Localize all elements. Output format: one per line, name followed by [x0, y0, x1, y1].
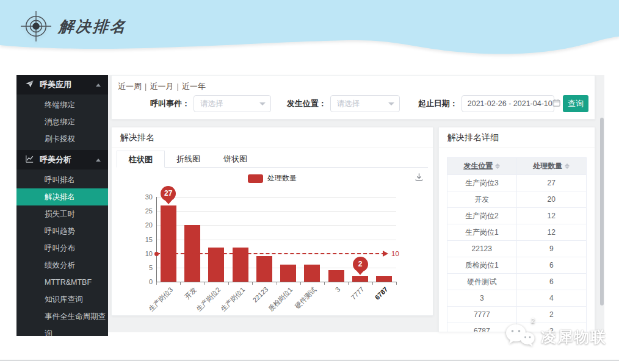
sidebar-item-呼叫排名[interactable]: 呼叫排名	[16, 171, 108, 188]
table-row: 质检岗位16	[447, 257, 586, 274]
event-select[interactable]: 请选择	[194, 95, 271, 112]
app-frame: 呼美应用终端绑定消息绑定刷卡授权呼美分析呼叫排名解决排名损失工时呼叫趋势呼叫分布…	[16, 75, 604, 336]
x-axis-tick	[228, 282, 229, 285]
y-tick-label: 25	[122, 207, 153, 215]
cell-location: 3	[447, 290, 517, 306]
date-label: 起止日期：	[418, 98, 458, 109]
x-axis-tick	[372, 282, 373, 285]
chart-legend[interactable]: 处理数量	[112, 173, 433, 184]
x-axis-tick	[156, 282, 157, 285]
column-header-处理数量[interactable]: 处理数量	[517, 158, 587, 174]
table-row: 生产岗位327	[447, 175, 586, 191]
marker-pin: 2	[353, 257, 368, 272]
download-icon[interactable]	[414, 172, 424, 185]
x-axis-tick	[348, 282, 349, 285]
sidebar-section-label: 呼美应用	[40, 79, 71, 90]
reference-line	[156, 253, 385, 254]
page-title: 解决排名	[58, 16, 128, 37]
legend-label: 处理数量	[267, 173, 297, 184]
sidebar-item-绩效分析[interactable]: 绩效分析	[16, 257, 108, 274]
cell-location: 7777	[447, 307, 517, 323]
sort-icon[interactable]	[495, 163, 500, 169]
cell-count: 12	[517, 224, 587, 240]
location-select-placeholder: 请选择	[337, 99, 388, 109]
tab-饼状图[interactable]: 饼状图	[212, 151, 259, 168]
sidebar-group: 终端绑定消息绑定刷卡授权	[16, 95, 108, 150]
sidebar-item-消息绑定[interactable]: 消息绑定	[16, 113, 108, 130]
sidebar-item-呼叫分布[interactable]: 呼叫分布	[16, 240, 108, 257]
event-label: 呼叫事件：	[150, 98, 190, 109]
tab-折线图[interactable]: 折线图	[165, 151, 212, 168]
sidebar-item-知识库查询[interactable]: 知识库查询	[16, 291, 108, 308]
y-tick-label: 10	[122, 250, 153, 257]
x-axis-tick	[396, 282, 397, 285]
y-tick-label: 30	[122, 193, 153, 201]
quick-range-link[interactable]: 近一周	[118, 82, 142, 91]
tab-柱状图[interactable]: 柱状图	[117, 151, 165, 168]
reference-line-dot	[154, 252, 159, 256]
collapse-caret-icon[interactable]	[96, 84, 101, 87]
page: 解决排名 呼美应用终端绑定消息绑定刷卡授权呼美分析呼叫排名解决排名损失工时呼叫趋…	[0, 0, 619, 364]
column-header-发生位置[interactable]: 发生位置	[447, 158, 517, 174]
cell-count: 2	[517, 307, 587, 323]
cell-location: 质检岗位1	[447, 257, 517, 273]
bar-3	[328, 270, 344, 282]
y-axis-line	[156, 197, 157, 282]
table-row: 开发20	[447, 191, 586, 208]
y-tick-label: 5	[122, 264, 153, 271]
location-label: 发生位置：	[287, 98, 327, 109]
detail-panel-title: 解决排名详细	[439, 127, 595, 148]
sidebar-section-label: 呼美分析	[40, 154, 71, 165]
cell-count: 12	[517, 208, 587, 224]
y-tick-label: 20	[122, 221, 153, 229]
bar-22123	[256, 256, 272, 282]
sort-icon[interactable]	[565, 163, 570, 169]
gridline	[156, 197, 396, 198]
sidebar-section-header[interactable]: 呼美分析	[16, 150, 108, 170]
sidebar-item-解决排名[interactable]: 解决排名	[16, 188, 108, 205]
sidebar-item-损失工时[interactable]: 损失工时	[16, 205, 108, 223]
marker-pin-tail	[165, 200, 172, 204]
quick-range-link[interactable]: 近一年	[182, 82, 206, 91]
sidebar: 呼美应用终端绑定消息绑定刷卡授权呼美分析呼叫排名解决排名损失工时呼叫趋势呼叫分布…	[16, 75, 108, 336]
table-row: 硬件测试6	[447, 274, 586, 290]
sort-asc-icon	[495, 163, 500, 166]
sidebar-item-终端绑定[interactable]: 终端绑定	[16, 96, 108, 113]
sidebar-item-MTTR&MTBF[interactable]: MTTR&MTBF	[16, 274, 108, 291]
sidebar-item-事件全生命周期查询[interactable]: 事件全生命周期查询	[16, 308, 108, 325]
table-row: 生产岗位212	[447, 208, 586, 224]
chart-panel-title: 解决排名	[112, 127, 433, 148]
quick-range-link[interactable]: 近一月	[150, 82, 173, 91]
sort-asc-icon	[565, 163, 570, 166]
sidebar-group: 呼叫排名解决排名损失工时呼叫趋势呼叫分布绩效分析MTTR&MTBF知识库查询事件…	[16, 170, 108, 327]
detail-table: 发生位置处理数量生产岗位327开发20生产岗位212生产岗位112221239质…	[447, 157, 587, 332]
table-row: 生产岗位112	[447, 224, 586, 241]
column-header-label: 发生位置	[463, 161, 493, 171]
sort-desc-icon	[565, 166, 570, 169]
separator: |	[176, 82, 178, 91]
column-header-label: 处理数量	[533, 161, 562, 171]
x-axis-tick	[252, 282, 253, 285]
sidebar-item-呼叫趋势[interactable]: 呼叫趋势	[16, 223, 108, 240]
chevron-down-icon	[259, 102, 266, 105]
reference-line-arrow-icon	[383, 251, 388, 257]
cell-location: 生产岗位3	[447, 175, 517, 191]
separator: |	[145, 82, 147, 91]
search-button[interactable]: 查询	[563, 95, 588, 112]
marker-pin: 27	[161, 186, 176, 201]
table-row: 77772	[447, 307, 586, 323]
date-range-input[interactable]: 2021-02-26 - 2021-04-10	[462, 95, 554, 112]
detail-panel: 解决排名详细 发生位置处理数量生产岗位327开发20生产岗位212生产岗位112…	[438, 127, 595, 332]
bar-生产岗位3	[161, 205, 176, 282]
line-chart-icon	[25, 154, 34, 165]
collapse-caret-icon[interactable]	[96, 159, 101, 162]
table-header-row: 发生位置处理数量	[447, 158, 586, 175]
vertical-scrollbar[interactable]	[600, 118, 604, 305]
sidebar-section-header[interactable]: 呼美应用	[16, 75, 108, 95]
gridline	[156, 211, 396, 212]
marker-pin-tail	[357, 271, 364, 275]
cell-location: 开发	[447, 191, 517, 207]
location-select[interactable]: 请选择	[330, 95, 400, 112]
sidebar-item-刷卡授权[interactable]: 刷卡授权	[16, 130, 108, 148]
x-axis-tick	[277, 282, 277, 285]
